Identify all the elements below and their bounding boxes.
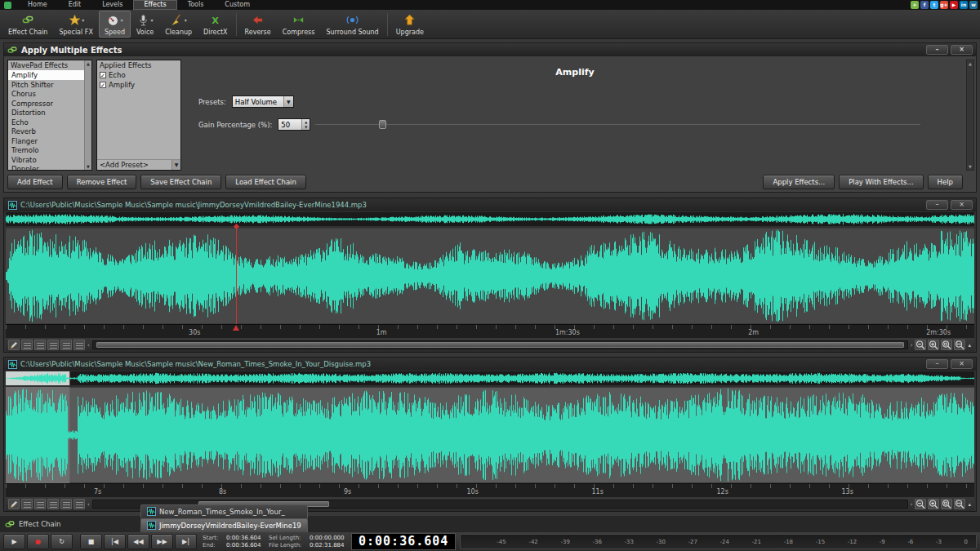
zoom-full-icon[interactable] [954, 499, 965, 509]
effects-list-item-reverb[interactable]: Reverb [8, 127, 84, 136]
rewind-button[interactable]: ◀◀ [127, 534, 149, 549]
waveform-canvas[interactable] [6, 228, 974, 324]
menu-tab-custom[interactable]: Custom [214, 0, 261, 10]
save-effect-chain-button[interactable]: Save Effect Chain [140, 175, 221, 189]
scroll-up-icon[interactable]: ▲ [969, 61, 972, 66]
waveform-display[interactable] [6, 387, 974, 483]
help-button[interactable]: Help [928, 175, 963, 189]
zoom-selection-icon[interactable] [941, 499, 952, 509]
marker-icon[interactable] [21, 340, 33, 350]
zoom-out-icon[interactable] [915, 499, 926, 509]
go-to-end-button[interactable]: ▶| [175, 534, 197, 549]
effects-list-item-pitch-shifter[interactable]: Pitch Shifter [8, 80, 84, 90]
toolbar-surround-sound[interactable]: Surround Sound [320, 11, 384, 38]
zoom-full-icon[interactable] [954, 340, 965, 350]
dropdown-arrow-icon[interactable]: ▼ [283, 96, 293, 107]
spinner-arrows[interactable]: ▲ ▼ [301, 119, 310, 130]
share-icon[interactable]: + [911, 1, 919, 9]
scroll-right-icon[interactable]: › [910, 501, 914, 508]
edit-cursor-icon[interactable] [8, 499, 20, 509]
menu-tab-effects[interactable]: Effects [133, 0, 176, 10]
toolbar-voice[interactable]: ▾Voice [131, 11, 159, 38]
go-to-start-button[interactable]: |◀ [104, 534, 126, 549]
panel-collapse-icon[interactable]: ▴ [967, 342, 972, 349]
window-titlebar[interactable]: C:\Users\Public\Music\Sample Music\Sampl… [4, 198, 976, 211]
toolbar-cleanup[interactable]: ▾Cleanup [159, 11, 198, 38]
toolbar-special-fx[interactable]: ▾Special FX [53, 11, 98, 38]
dropdown-caret-icon[interactable]: ▾ [120, 17, 122, 23]
waveform-display[interactable] [6, 228, 974, 324]
applied-effect-amplify[interactable]: ✓Amplify [97, 80, 180, 90]
minimize-button[interactable]: – [926, 45, 948, 55]
close-button[interactable]: × [951, 359, 973, 369]
dropdown-caret-icon[interactable]: ▾ [151, 17, 154, 23]
timeline-ruler[interactable]: 7s8s9s10s11s12s13s [6, 483, 974, 497]
multi-track-icon[interactable] [60, 499, 72, 509]
playback-cursor-handle[interactable] [233, 325, 239, 331]
googleplus-icon[interactable]: g+ [940, 1, 948, 9]
linkedin-icon[interactable]: in [960, 1, 968, 9]
menu-tab-tools[interactable]: Tools [177, 0, 215, 10]
close-button[interactable]: × [951, 45, 973, 55]
toolbar-reverse[interactable]: Reverse [239, 11, 277, 38]
waveform-canvas[interactable] [6, 387, 974, 483]
stop-button[interactable]: ■ [80, 534, 102, 549]
presets-dropdown[interactable]: Half Volume ▼ [232, 96, 294, 108]
edit-cursor-icon[interactable] [8, 340, 20, 350]
add-preset-dropdown[interactable]: <Add Preset> ▼ [97, 159, 180, 170]
wordpress-icon[interactable]: w [969, 1, 978, 9]
menu-tab-levels[interactable]: Levels [91, 0, 133, 10]
menu-tab-edit[interactable]: Edit [58, 0, 92, 10]
applied-effect-echo[interactable]: ✓Echo [97, 70, 180, 80]
effects-list-item-vibrato[interactable]: Vibrato [8, 155, 84, 165]
effects-list-item-flanger[interactable]: Flanger [8, 136, 84, 146]
file-tab-new-roman-times-smoke-in[interactable]: New_Roman_Times_Smoke_In_Your_ [140, 504, 308, 518]
loop-button[interactable]: ↻ [51, 534, 73, 549]
zoom-in-icon[interactable] [928, 499, 939, 509]
dialog-titlebar[interactable]: Apply Multiple Effects – × [4, 43, 976, 56]
menu-tab-home[interactable]: Home [17, 0, 58, 10]
multi-track-icon[interactable] [60, 340, 72, 350]
zoom-out-icon[interactable] [915, 340, 926, 350]
toolbar-directx[interactable]: XDirectX [198, 11, 233, 38]
effects-list-item-echo[interactable]: Echo [8, 118, 84, 127]
checkbox-icon[interactable]: ✓ [100, 82, 106, 88]
effect-chain-status[interactable]: Effect Chain [0, 519, 140, 532]
overview-canvas[interactable] [6, 212, 974, 226]
window-titlebar[interactable]: C:\Users\Public\Music\Sample Music\Sampl… [4, 358, 976, 371]
effects-list-item-doppler[interactable]: Doppler [8, 164, 84, 171]
dropdown-caret-icon[interactable]: ▾ [185, 17, 187, 23]
scrollbar-thumb[interactable] [96, 342, 904, 348]
overview-strip[interactable] [6, 371, 974, 385]
dropdown-arrow-icon[interactable]: ▼ [172, 160, 180, 170]
add-effect-button[interactable]: Add Effect [7, 175, 63, 189]
effects-list-item-compressor[interactable]: Compressor [8, 99, 84, 109]
marker-icon[interactable] [21, 499, 33, 509]
gain-slider[interactable] [315, 118, 920, 131]
toolbar-effect-chain[interactable]: Effect Chain [2, 11, 53, 38]
facebook-icon[interactable]: f [920, 1, 929, 9]
record-button[interactable]: ● [27, 534, 49, 549]
apply-effects-button[interactable]: Apply Effects... [763, 175, 835, 189]
scroll-left-icon[interactable]: ‹ [87, 342, 91, 349]
dialog-scrollbar[interactable]: ▲ ▼ [966, 60, 974, 171]
effects-list-item-distortion[interactable]: Distortion [8, 108, 84, 118]
toolbar-upgrade[interactable]: Upgrade [390, 11, 430, 38]
close-button[interactable]: × [951, 200, 973, 210]
file-tab-jimmydorseyvmildredbaile[interactable]: JimmyDorseyVmildredBailey-EverMine19 [140, 518, 308, 532]
minimize-button[interactable]: – [926, 200, 948, 210]
minimize-button[interactable]: – [926, 359, 948, 369]
slider-track[interactable] [315, 124, 920, 125]
scroll-up-icon[interactable]: ▲ [87, 61, 90, 66]
overview-strip[interactable] [6, 212, 974, 226]
effects-list-item-amplify[interactable]: Amplify [8, 70, 84, 80]
timeline-ruler[interactable]: 30s1m1m:30s2m2m:30s [6, 324, 974, 338]
slider-thumb[interactable] [379, 120, 386, 129]
effects-list-item-chorus[interactable]: Chorus [8, 89, 84, 99]
load-effect-chain-button[interactable]: Load Effect Chain [225, 175, 306, 189]
region-icon[interactable] [34, 499, 46, 509]
gain-input[interactable]: 50 ▲ ▼ [278, 118, 310, 131]
region-icon[interactable] [34, 340, 46, 350]
dropdown-caret-icon[interactable]: ▾ [82, 17, 84, 23]
list-icon[interactable] [74, 499, 85, 509]
